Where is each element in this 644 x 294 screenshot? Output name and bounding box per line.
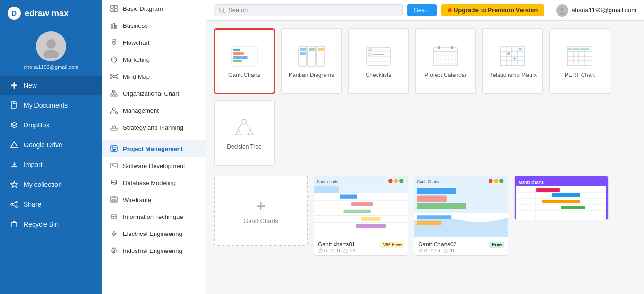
- svg-rect-91: [309, 48, 315, 51]
- left-sidebar: D edraw max ahana1193@gmail.com New My D…: [0, 0, 102, 294]
- diagram-card-decision-tree[interactable]: Decision Tree: [214, 100, 275, 166]
- diagram-type-grid: Gantt Charts: [214, 28, 636, 166]
- diagram-card-pert-chart[interactable]: PERT Chart: [549, 28, 610, 94]
- likes-count: 0: [318, 248, 327, 253]
- template-preview-gantt02: Gantt Charts: [414, 176, 508, 237]
- diagram-card-gantt-charts[interactable]: Gantt Charts: [214, 28, 275, 94]
- svg-rect-103: [438, 46, 440, 49]
- nav-item-new[interactable]: New: [0, 76, 102, 95]
- sidebar-item-electrical-engineering[interactable]: Electrical Engineering: [102, 225, 206, 242]
- sidebar-item-project-management[interactable]: Project Management: [102, 140, 206, 157]
- sidebar-item-marketing[interactable]: Marketing: [102, 51, 206, 68]
- template-card-gantt-purple[interactable]: Gantt charts: [514, 176, 609, 220]
- search-input[interactable]: [228, 7, 397, 14]
- diagram-card-checklists[interactable]: Checklists: [348, 28, 409, 94]
- template-info-gantt01: Gantt charts01 VIP Free 0 0: [314, 237, 408, 255]
- project-calendar-icon: [431, 44, 460, 68]
- svg-point-74: [220, 8, 224, 12]
- svg-rect-156: [339, 186, 408, 193]
- sidebar-item-database-modeling[interactable]: Database Modeling: [102, 174, 206, 191]
- svg-rect-155: [314, 186, 339, 193]
- sidebar-item-business-label: Business: [123, 22, 148, 29]
- logo-letter: D: [12, 9, 17, 17]
- search-button[interactable]: Sea...: [407, 4, 437, 16]
- sidebar-item-marketing-label: Marketing: [123, 56, 150, 63]
- nav-item-share[interactable]: Share: [0, 194, 102, 214]
- svg-rect-40: [113, 95, 115, 96]
- svg-marker-142: [248, 129, 253, 135]
- svg-rect-184: [536, 188, 560, 192]
- main-content: Basic Diagram Business Flowchart Marketi…: [102, 0, 644, 294]
- template-card-gantt01[interactable]: Gantt charts: [314, 176, 408, 256]
- svg-point-60: [111, 180, 117, 183]
- sidebar-item-mind-map-label: Mind Map: [123, 73, 150, 80]
- hearts-count-02: 0: [431, 248, 440, 253]
- svg-rect-133: [580, 48, 584, 50]
- trash-icon: [9, 219, 19, 229]
- sidebar-item-management[interactable]: Management: [102, 102, 206, 119]
- nav-item-my-collection[interactable]: My collection: [0, 175, 102, 194]
- sidebar-item-strategy-planning[interactable]: Strategy and Planning: [102, 119, 206, 136]
- basic-diagram-icon: [110, 4, 118, 13]
- avatar[interactable]: [36, 31, 66, 61]
- svg-line-35: [115, 75, 116, 76]
- sidebar-item-information-technique[interactable]: Information Technique: [102, 208, 206, 225]
- svg-rect-24: [115, 25, 117, 28]
- upgrade-label: Upgrade to Premium Version: [454, 7, 538, 14]
- star-icon: [9, 180, 19, 189]
- svg-point-0: [46, 39, 56, 49]
- search-wrap: [214, 4, 403, 16]
- svg-line-139: [238, 124, 242, 129]
- nav-item-import[interactable]: Import: [0, 155, 102, 175]
- sidebar-item-business[interactable]: Business: [102, 17, 206, 34]
- template-card-gantt02[interactable]: Gantt Charts: [414, 176, 508, 256]
- svg-text:Gantt Charts: Gantt Charts: [417, 179, 439, 184]
- svg-rect-20: [111, 9, 113, 12]
- user-avatar-small: [556, 4, 568, 17]
- kanban-icon: [297, 44, 326, 68]
- sidebar-item-organizational-chart[interactable]: Organizational Chart: [102, 85, 206, 102]
- sidebar-item-mind-map[interactable]: Mind Map: [102, 68, 206, 85]
- svg-point-68: [112, 248, 116, 253]
- sidebar-item-software-development[interactable]: Software Development: [102, 157, 206, 174]
- flowchart-icon: [110, 38, 118, 47]
- search-icon: [219, 7, 225, 14]
- svg-rect-159: [344, 210, 371, 213]
- svg-marker-7: [11, 142, 17, 147]
- svg-marker-5: [11, 122, 17, 126]
- management-icon: [110, 106, 118, 115]
- nav-items: New My Documents DropBox Google Drive: [0, 76, 102, 234]
- svg-line-15: [13, 205, 16, 206]
- diagram-card-project-calendar[interactable]: Project Calendar: [415, 28, 476, 94]
- gantt-chart-icon: [230, 44, 258, 68]
- sidebar-item-flowchart[interactable]: Flowchart: [102, 34, 206, 51]
- svg-line-51: [114, 110, 117, 112]
- nav-item-google-drive[interactable]: Google Drive: [0, 135, 102, 155]
- svg-rect-157: [340, 195, 357, 199]
- nav-item-recycle-bin[interactable]: Recycle Bin: [0, 214, 102, 234]
- svg-point-32: [111, 78, 112, 79]
- sidebar-item-basic-diagram[interactable]: Basic Diagram: [102, 0, 206, 17]
- upgrade-button[interactable]: Upgrade to Premium Version: [441, 4, 544, 16]
- svg-rect-175: [444, 250, 447, 253]
- software-dev-icon: [110, 161, 118, 170]
- svg-point-47: [112, 108, 115, 110]
- org-chart-icon: [110, 89, 118, 98]
- svg-point-69: [113, 250, 115, 252]
- user-area: ahana1193@gmail.com: [556, 4, 636, 17]
- diagram-card-kanban[interactable]: Kanban Diagrams: [281, 28, 342, 94]
- nav-item-dropbox[interactable]: DropBox: [0, 115, 102, 135]
- svg-point-147: [399, 179, 403, 183]
- diagram-card-relationship-matrix[interactable]: Relationship Matrix: [482, 28, 543, 94]
- sidebar-item-industrial-engineering[interactable]: Industrial Engineering: [102, 242, 206, 259]
- svg-rect-18: [111, 5, 113, 8]
- nav-docs-label: My Documents: [24, 101, 68, 109]
- sidebar-item-wireframe[interactable]: Wireframe: [102, 191, 206, 208]
- svg-rect-80: [233, 52, 244, 55]
- nav-item-my-documents[interactable]: My Documents: [0, 95, 102, 115]
- template-stats-gantt01: 0 0 23: [318, 248, 404, 253]
- svg-rect-56: [113, 149, 116, 150]
- svg-point-76: [560, 8, 564, 11]
- template-badge-gantt02: Free: [489, 242, 504, 248]
- new-template-card[interactable]: + Gantt Charts: [214, 176, 308, 246]
